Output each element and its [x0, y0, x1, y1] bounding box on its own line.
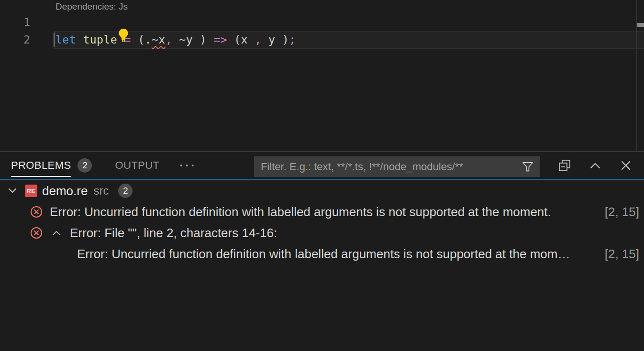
file-path: src [93, 184, 109, 197]
code-token: = [124, 33, 131, 46]
filter-icon[interactable] [521, 160, 534, 174]
code-token [131, 33, 138, 46]
code-token [193, 33, 200, 46]
code-token [248, 33, 255, 46]
code-editor[interactable]: Dependencies: Js 1 2 let tuple = (.~x, ~… [0, 0, 644, 151]
code-token: , [255, 33, 261, 46]
code-token [172, 33, 179, 46]
restore-panel-icon[interactable] [558, 159, 571, 172]
overview-ruler-border [636, 0, 637, 151]
code-token [262, 33, 268, 46]
code-token: ) [200, 33, 206, 46]
code-token [117, 33, 124, 46]
panel-action-icons [558, 152, 633, 179]
text-cursor [54, 33, 55, 47]
file-name: demo.re [42, 184, 88, 198]
code-token [76, 33, 83, 46]
tab-problems-label: PROBLEMS [11, 159, 71, 172]
code-token-error: ~x [152, 33, 166, 46]
panel-header: PROBLEMS 2 OUTPUT ··· [0, 152, 644, 180]
filter-input[interactable] [254, 161, 521, 173]
problem-row-1[interactable]: Error: Uncurried function definition wit… [0, 201, 644, 222]
line-number-1: 1 [0, 13, 30, 31]
problem-message: Error: Uncurried function definition wit… [50, 205, 551, 219]
code-token: (. [138, 33, 152, 46]
problem-row-2[interactable]: Error: File "", line 2, characters 14-16… [0, 222, 644, 243]
reason-file-icon: RE [25, 185, 37, 197]
chevron-up-icon[interactable] [50, 227, 63, 239]
bottom-panel: PROBLEMS 2 OUTPUT ··· [0, 151, 644, 351]
chevron-down-icon[interactable] [7, 185, 18, 197]
active-tab-underline [11, 176, 71, 177]
close-panel-icon[interactable] [619, 159, 633, 172]
code-token: , [166, 33, 172, 46]
code-token: => [213, 33, 227, 46]
problems-file-row[interactable]: RE demo.re src 2 [0, 180, 644, 201]
file-error-count-badge: 2 [118, 184, 133, 198]
line-number-2: 2 [0, 31, 30, 49]
code-token [227, 33, 234, 46]
code-token: ~y [179, 33, 193, 46]
code-token: let [56, 33, 76, 46]
code-token: ; [289, 33, 296, 46]
code-token: y [268, 33, 275, 46]
code-token: (x [234, 33, 248, 46]
problem-position: [2, 15] [597, 205, 644, 219]
tab-output[interactable]: OUTPUT [115, 152, 159, 179]
more-actions-icon[interactable]: ··· [179, 159, 197, 172]
problems-filter-box [254, 156, 540, 177]
code-line-1 [56, 13, 97, 31]
code-token [207, 33, 213, 46]
problems-list: RE demo.re src 2 Error: Uncurried functi… [0, 180, 644, 264]
error-icon [30, 206, 43, 218]
problem-row-3[interactable]: Error: Uncurried function definition wit… [0, 243, 644, 264]
tab-problems[interactable]: PROBLEMS [11, 152, 71, 179]
maximize-panel-icon[interactable] [588, 159, 602, 172]
problem-position: [2, 15] [597, 247, 644, 262]
tab-output-label: OUTPUT [115, 159, 159, 172]
scrollbar-marker[interactable] [637, 23, 644, 27]
code-token: ) [282, 33, 289, 46]
vscode-window: Dependencies: Js 1 2 let tuple = (.~x, ~… [0, 0, 644, 351]
problems-count-badge: 2 [78, 158, 92, 173]
code-token [275, 33, 282, 46]
error-icon [30, 227, 43, 239]
problem-related-message: Error: Uncurried function definition wit… [77, 247, 570, 262]
code-token: tuple [83, 33, 117, 46]
problem-message: Error: File "", line 2, characters 14-16… [70, 226, 277, 241]
code-line-2-content: let tuple = (.~x, ~y ) => (x , y ); [56, 31, 296, 49]
codelens-dependencies[interactable]: Dependencies: Js [56, 1, 128, 12]
